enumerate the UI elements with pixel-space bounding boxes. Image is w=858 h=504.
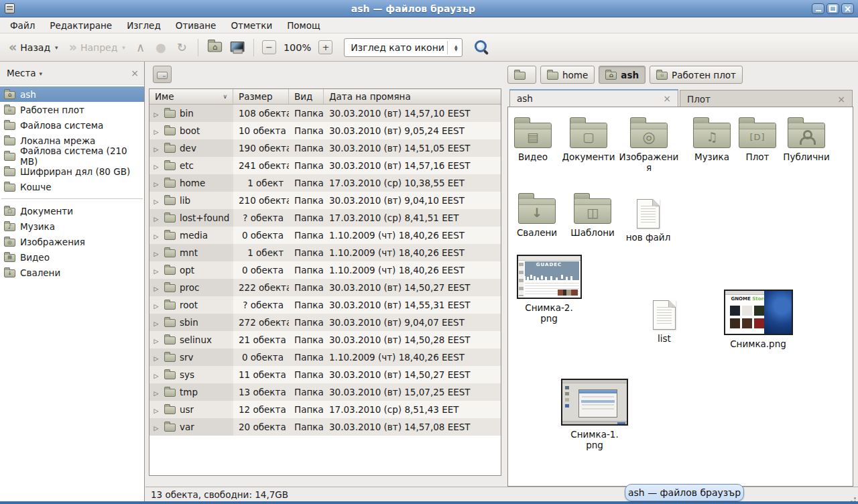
table-row[interactable]: home 1 обект Папка 17.03.2010 (ср) 10,38… <box>149 174 501 192</box>
tree-root-button[interactable] <box>153 66 172 83</box>
expander-icon[interactable] <box>152 143 160 153</box>
home-button[interactable] <box>204 38 225 58</box>
table-row[interactable]: sys 11 обекта Папка 30.03.2010 (вт) 14,5… <box>149 366 501 383</box>
list-item[interactable]: Изображения <box>619 117 679 173</box>
reload-button[interactable]: ↻ <box>172 38 192 58</box>
sidebar-item[interactable]: Кошче <box>0 179 144 194</box>
expander-icon[interactable] <box>152 300 160 310</box>
expander-icon[interactable] <box>152 160 160 171</box>
column-header-type[interactable]: Вид <box>289 89 324 104</box>
table-row[interactable]: dev 190 обекта Папка 30.03.2010 (вт) 14,… <box>149 139 501 157</box>
expander-icon[interactable] <box>152 387 160 397</box>
tab-close-icon[interactable] <box>837 94 845 104</box>
table-row[interactable]: sbin 272 обекта Папка 30.03.2010 (вт) 9,… <box>149 314 501 331</box>
search-icon[interactable] <box>473 40 489 56</box>
table-row[interactable]: etc 241 обекта Папка 30.03.2010 (вт) 14,… <box>149 157 501 174</box>
table-row[interactable]: lib 210 обекта Папка 30.03.2010 (вт) 9,0… <box>149 192 501 209</box>
expander-icon[interactable] <box>152 195 160 206</box>
expander-icon[interactable] <box>152 212 160 223</box>
table-row[interactable]: mnt 1 обект Папка 1.10.2009 (чт) 18,40,2… <box>149 244 501 261</box>
sidebar-title-select[interactable]: Места <box>7 68 36 78</box>
tab-close-icon[interactable] <box>663 94 671 103</box>
sidebar-item[interactable]: Изображения <box>0 234 144 249</box>
table-row[interactable]: media 0 обекта Папка 1.10.2009 (чт) 18,4… <box>149 227 501 244</box>
sidebar-item[interactable]: Шифриран дял (80 GB) <box>0 164 144 179</box>
menu-item[interactable]: Файл <box>3 17 42 33</box>
list-item[interactable]: нов файл <box>623 192 674 243</box>
menu-item[interactable]: Помощ <box>280 17 328 33</box>
taskbar-window-button[interactable]: ash — файлов браузър <box>625 484 744 501</box>
expander-icon[interactable] <box>152 265 160 275</box>
expander-icon[interactable] <box>152 352 160 363</box>
list-item[interactable]: Шаблони <box>567 192 618 238</box>
expander-icon[interactable] <box>152 247 160 258</box>
column-header-size[interactable]: Размер <box>233 89 289 104</box>
sidebar-close-icon[interactable]: × <box>131 68 139 78</box>
sidebar-item[interactable]: ash <box>0 86 144 102</box>
expander-icon[interactable] <box>152 282 160 293</box>
sidebar-item[interactable]: Файлова система (210 MB) <box>0 148 144 164</box>
sidebar-item[interactable]: Свалени <box>0 265 144 280</box>
forward-button[interactable]: » Напред ▾ <box>64 38 130 58</box>
table-row[interactable]: tmp 13 обекта Папка 30.03.2010 (вт) 15,0… <box>149 383 501 401</box>
column-header-date[interactable]: Дата на промяна <box>324 89 501 104</box>
table-row[interactable]: usr 12 обекта Папка 17.03.2010 (ср) 8,51… <box>149 401 501 418</box>
list-item[interactable]: GNOME Store Снимка.png <box>719 290 798 349</box>
tab[interactable]: ash <box>509 89 678 107</box>
list-item[interactable]: Плот <box>737 117 778 162</box>
table-row[interactable]: root ? обекта Папка 30.03.2010 (вт) 14,5… <box>149 296 501 314</box>
expander-icon[interactable] <box>152 404 160 415</box>
expander-icon[interactable] <box>152 125 160 136</box>
menu-item[interactable]: Отиване <box>168 17 224 33</box>
table-row[interactable]: srv 0 обекта Папка 1.10.2009 (чт) 18,40,… <box>149 349 501 366</box>
list-item[interactable]: list <box>633 294 696 344</box>
table-row[interactable]: boot 10 обекта Папка 30.03.2010 (вт) 9,0… <box>149 122 501 139</box>
zoom-in-button[interactable]: + <box>318 40 332 54</box>
stop-button[interactable]: ● <box>151 38 171 58</box>
sidebar-item[interactable]: Видео <box>0 249 144 265</box>
minimize-button[interactable] <box>812 3 824 14</box>
sidebar-item[interactable]: Работен плот <box>0 102 144 117</box>
tab[interactable]: Плот <box>680 90 853 107</box>
chevron-down-icon[interactable]: ▾ <box>40 70 43 77</box>
list-item[interactable]: Музика <box>686 117 737 162</box>
expander-icon[interactable] <box>152 230 160 241</box>
menu-item[interactable]: Отметки <box>223 17 280 33</box>
list-item[interactable]: Снимка-1.png <box>556 379 633 450</box>
close-button[interactable] <box>841 3 854 14</box>
column-header-name[interactable]: Име ∨ <box>149 89 233 104</box>
breadcrumb-button[interactable]: Работен плот <box>650 66 743 84</box>
menu-item[interactable]: Изглед <box>119 17 168 33</box>
list-item[interactable]: Видео <box>509 117 556 162</box>
sidebar-item[interactable]: Музика <box>0 218 144 234</box>
maximize-button[interactable] <box>826 3 839 14</box>
table-row[interactable]: bin 108 обекта Папка 30.03.2010 (вт) 14,… <box>149 105 501 122</box>
breadcrumb-button[interactable] <box>507 66 536 84</box>
resize-grip[interactable] <box>854 497 856 499</box>
breadcrumb-button[interactable]: ash <box>599 66 646 84</box>
sidebar-item[interactable]: Файлова система <box>0 117 144 133</box>
menu-item[interactable]: Редактиране <box>42 17 119 33</box>
expander-icon[interactable] <box>152 108 160 119</box>
expander-icon[interactable] <box>152 317 160 328</box>
back-button[interactable]: « Назад ▾ <box>4 38 63 58</box>
list-item[interactable]: Публични <box>778 117 835 162</box>
view-mode-select[interactable]: Изглед като икони ▲▼ <box>344 38 462 57</box>
computer-button[interactable] <box>227 38 247 58</box>
expander-icon[interactable] <box>152 422 160 432</box>
titlebar[interactable]: ash — файлов браузър <box>0 0 858 17</box>
back-history-caret-icon[interactable]: ▾ <box>55 44 58 51</box>
zoom-out-button[interactable]: − <box>262 40 276 54</box>
list-item[interactable]: Свалени <box>511 192 562 238</box>
up-button[interactable]: ∧ <box>131 38 149 58</box>
list-item[interactable]: GUADEC Снимка-2.png <box>512 255 586 324</box>
expander-icon[interactable] <box>152 369 160 380</box>
table-row[interactable]: selinux 21 обекта Папка 30.03.2010 (вт) … <box>149 331 501 349</box>
table-row[interactable]: lost+found ? обекта Папка 17.03.2010 (ср… <box>149 209 501 227</box>
table-row[interactable]: var 20 обекта Папка 30.03.2010 (вт) 14,5… <box>149 418 501 436</box>
breadcrumb-button[interactable]: home <box>540 66 595 84</box>
list-item[interactable]: Документи <box>558 117 619 162</box>
expander-icon[interactable] <box>152 334 160 345</box>
table-row[interactable]: proc 222 обекта Папка 30.03.2010 (вт) 14… <box>149 279 501 296</box>
table-row[interactable]: opt 0 обекта Папка 1.10.2009 (чт) 18,40,… <box>149 261 501 279</box>
